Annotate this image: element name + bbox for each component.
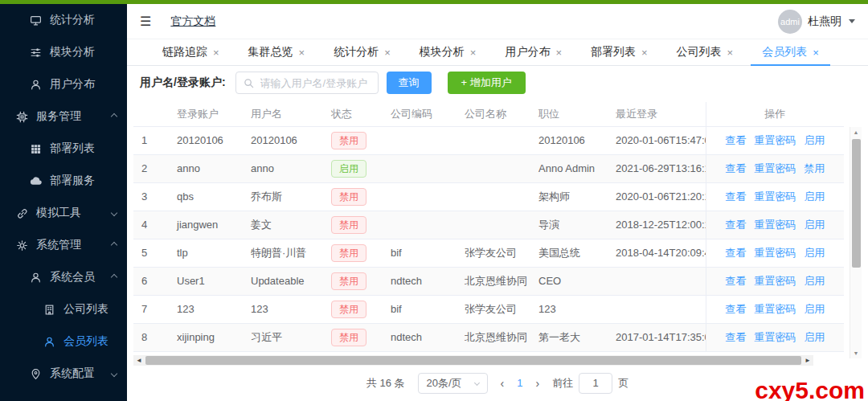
sidebar-item-11[interactable]: 会员列表	[0, 325, 127, 358]
tab-8[interactable]: 会员列表×	[747, 39, 833, 65]
action-link[interactable]: 重置密码	[754, 275, 796, 287]
action-link[interactable]: 启用	[804, 331, 825, 343]
action-link[interactable]: 启用	[804, 275, 825, 287]
action-link[interactable]: 启用	[804, 134, 825, 146]
close-icon[interactable]: ×	[727, 47, 734, 59]
add-user-button[interactable]: + 增加用户	[448, 72, 526, 94]
action-link[interactable]: 查看	[725, 331, 746, 343]
user-icon	[30, 272, 42, 284]
sidebar-item-1[interactable]: 统计分析	[0, 4, 127, 36]
close-icon[interactable]: ×	[641, 47, 648, 59]
sidebar-item-9[interactable]: 系统会员	[0, 261, 127, 293]
sidebar-item-4[interactable]: 服务管理	[0, 100, 127, 133]
current-page-number[interactable]: 1	[517, 377, 522, 389]
user-menu[interactable]: admi 杜燕明	[778, 10, 855, 34]
vertical-scrollbar-thumb[interactable]	[852, 139, 861, 268]
tab-1[interactable]: 链路追踪×	[148, 39, 234, 65]
scroll-right-icon[interactable]: ►	[802, 355, 813, 366]
sidebar-item-5[interactable]: 部署列表	[0, 133, 127, 165]
doc-link[interactable]: 官方文档	[170, 14, 215, 29]
action-link[interactable]: 重置密码	[754, 303, 796, 315]
goto-page-input[interactable]	[579, 373, 612, 394]
cell-position: 20120106	[530, 126, 608, 154]
cloud-icon	[30, 175, 42, 187]
action-link[interactable]: 重置密码	[754, 247, 796, 259]
table-row: 7123123禁用bif张学友公司123查看重置密码启用	[133, 295, 844, 323]
cell-status: 禁用	[323, 182, 383, 211]
action-link[interactable]: 查看	[725, 190, 746, 203]
query-button[interactable]: 查询	[387, 72, 432, 94]
sidebar-item-10[interactable]: 公司列表	[0, 293, 127, 325]
close-icon[interactable]: ×	[470, 47, 477, 59]
close-icon[interactable]: ×	[813, 47, 819, 59]
action-link[interactable]: 启用	[804, 303, 825, 315]
action-link[interactable]: 重置密码	[754, 162, 796, 174]
total-count-label: 共 16 条	[366, 376, 405, 391]
goto-suffix-label: 页	[618, 376, 628, 391]
action-link[interactable]: 重置密码	[754, 219, 796, 231]
cell-status: 禁用	[323, 211, 383, 239]
next-page-icon[interactable]: ›	[536, 377, 540, 390]
sidebar-item-6[interactable]: 部署服务	[0, 165, 127, 197]
row-index: 5	[133, 239, 169, 267]
cell-company-code: bif	[383, 295, 457, 323]
sidebar-item-8[interactable]: 系统管理	[0, 229, 127, 261]
action-link[interactable]: 重置密码	[754, 331, 796, 343]
action-link[interactable]: 查看	[725, 134, 746, 146]
menu-toggle-icon[interactable]: ☰	[140, 14, 151, 29]
tab-3[interactable]: 统计分析×	[319, 39, 405, 65]
tab-5[interactable]: 用户分布×	[490, 39, 576, 65]
page-size-select[interactable]: 20条/页	[418, 373, 488, 394]
action-link[interactable]: 启用	[804, 247, 825, 259]
close-icon[interactable]: ×	[213, 47, 219, 59]
action-link[interactable]: 禁用	[804, 162, 825, 174]
cell-company-name	[457, 211, 530, 239]
tab-2[interactable]: 集群总览×	[234, 39, 320, 65]
search-input[interactable]	[259, 76, 371, 90]
top-header: ☰ 官方文档 admi 杜燕明	[127, 4, 868, 39]
cell-company-code	[383, 211, 457, 239]
cell-company-code	[383, 154, 457, 182]
close-icon[interactable]: ×	[384, 47, 391, 59]
cell-username: 姜文	[243, 211, 323, 239]
action-link[interactable]: 查看	[725, 303, 746, 315]
action-link[interactable]: 启用	[804, 219, 825, 231]
scroll-down-icon[interactable]: ▼	[850, 348, 862, 358]
action-link[interactable]: 查看	[725, 219, 746, 231]
action-link[interactable]: 查看	[725, 275, 746, 287]
tab-4[interactable]: 模块分析×	[405, 39, 491, 65]
search-icon	[244, 78, 254, 88]
action-link[interactable]: 重置密码	[754, 134, 796, 146]
table-row: 6User1Updateable禁用ndtech北京恩维协同CEO查看重置密码启…	[133, 267, 844, 295]
scroll-left-icon[interactable]: ◄	[133, 355, 145, 366]
status-badge: 禁用	[331, 188, 366, 206]
tab-label: 统计分析	[334, 45, 379, 59]
action-link[interactable]: 启用	[804, 190, 825, 203]
cell-last-login: 2017-01-14T17:35:01	[608, 323, 706, 351]
sidebar-item-7[interactable]: 模拟工具	[0, 197, 127, 229]
action-link[interactable]: 重置密码	[754, 190, 796, 203]
cell-username: 特朗普·川普	[243, 239, 323, 267]
sidebar-item-2[interactable]: 模块分析	[0, 36, 127, 68]
sidebar-item-12[interactable]: 系统配置	[0, 358, 127, 390]
close-icon[interactable]: ×	[555, 47, 562, 59]
horizontal-scrollbar-thumb[interactable]	[145, 356, 801, 365]
prev-page-icon[interactable]: ‹	[501, 377, 505, 390]
cell-last-login: 2020-01-06T15:47:08	[608, 126, 706, 154]
cell-company-name: 张学友公司	[457, 295, 530, 323]
search-box	[235, 72, 379, 94]
cell-actions: 查看重置密码启用	[706, 126, 844, 154]
scroll-up-icon[interactable]: ▲	[850, 127, 862, 137]
action-link[interactable]: 查看	[725, 162, 746, 174]
cell-account: xijinping	[169, 323, 243, 351]
vertical-scrollbar[interactable]: ▲ ▼	[850, 127, 862, 358]
sidebar-item-3[interactable]: 用户分布	[0, 68, 127, 100]
tab-6[interactable]: 部署列表×	[576, 39, 662, 65]
close-icon[interactable]: ×	[299, 47, 305, 59]
horizontal-scrollbar[interactable]: ◄ ►	[133, 355, 813, 366]
chevron-down-icon	[849, 19, 855, 23]
cell-position: Anno Admin	[530, 154, 608, 182]
link-icon	[16, 207, 28, 219]
tab-7[interactable]: 公司列表×	[662, 39, 748, 65]
action-link[interactable]: 查看	[725, 247, 746, 259]
